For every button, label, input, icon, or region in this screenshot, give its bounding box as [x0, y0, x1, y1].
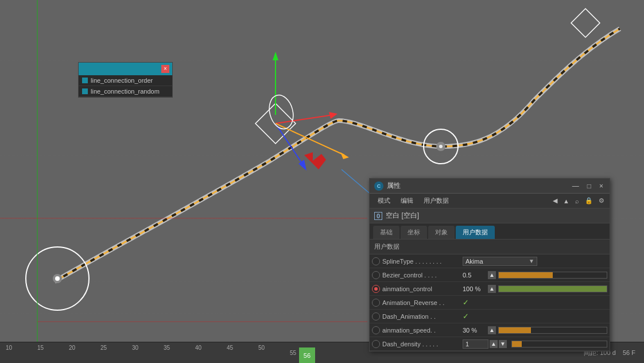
prop-radio-dash-animation[interactable]: [372, 312, 380, 320]
search-icon[interactable]: ⌕: [573, 196, 581, 206]
tab-basics[interactable]: 基础: [373, 226, 399, 239]
menu-userdata[interactable]: 用户数据: [419, 195, 453, 206]
panel-tabs: 基础 坐标 对象 用户数据: [370, 223, 610, 240]
prop-name-dash-density: Dash_density . . . . .: [382, 341, 463, 347]
animation-control-decrement-btn[interactable]: ▲: [488, 285, 496, 293]
prop-value-animation-control: 100 % ▲: [463, 285, 607, 293]
prop-name-animation-control: ainmation_control: [382, 285, 463, 292]
svg-marker-13: [298, 160, 307, 171]
restore-btn[interactable]: □: [585, 182, 593, 190]
prop-row-anim-reverse: Animation_Reverse . . ✓: [370, 296, 610, 310]
svg-marker-11: [329, 112, 337, 119]
node-panel-close-btn[interactable]: ×: [161, 65, 169, 73]
panel-titlebar-controls: — □ ×: [571, 182, 605, 190]
anim-speed-value: 30 %: [463, 327, 486, 334]
timeline-frame-indicator: 56: [299, 347, 315, 363]
object-type-icon: 0: [374, 211, 382, 220]
timeline-tick-3: 25: [100, 345, 132, 361]
minimize-btn[interactable]: —: [571, 182, 581, 190]
prop-row-animation-control: ainmation_control 100 % ▲: [370, 282, 610, 296]
settings-icon[interactable]: ⚙: [597, 196, 606, 206]
menu-edit[interactable]: 编辑: [396, 195, 418, 206]
node-item-label-0: line_connection_order: [91, 77, 153, 84]
prop-value-bezier: 0.5 ▲: [463, 271, 607, 279]
svg-point-2: [55, 276, 60, 281]
timeline-frame-display: 56 F: [623, 349, 635, 356]
prop-row-splinetype: SplineType . . . . . . . . Akima ▼: [370, 254, 610, 268]
panel-menubar: 模式 编辑 用户数据 ◀ ▲ ⌕ 🔒 ⚙: [370, 194, 610, 208]
node-item-label-1: line_connection_random: [91, 88, 160, 95]
dash-density-slider[interactable]: [511, 341, 607, 347]
dash-density-input[interactable]: [463, 339, 488, 349]
timeline-tick-2: 20: [69, 345, 100, 361]
prop-row-bezier: Bezier_control . . . . 0.5 ▲: [370, 268, 610, 282]
panel-title-left: C 属性: [374, 181, 401, 191]
prop-value-splinetype: Akima ▼: [463, 257, 607, 266]
prop-radio-bezier[interactable]: [372, 271, 380, 279]
panel-object-bar: 0 空白 [空白]: [370, 208, 610, 223]
svg-marker-7: [571, 9, 600, 37]
bezier-slider-fill: [499, 272, 553, 278]
prop-value-dash-density: ▲ ▼: [463, 339, 607, 349]
prop-radio-anim-reverse[interactable]: [372, 299, 380, 307]
object-name-text: 空白 [空白]: [386, 211, 419, 221]
panel-title-text: 属性: [387, 181, 401, 191]
dash-density-fill: [512, 341, 522, 347]
prop-row-dash-density: Dash_density . . . . . ▲ ▼: [370, 337, 610, 351]
lock-icon[interactable]: 🔒: [583, 196, 595, 206]
prop-value-dash-animation: ✓: [463, 312, 607, 320]
prop-radio-animation-control[interactable]: [372, 285, 380, 293]
anim-speed-decrement-btn[interactable]: ▲: [488, 326, 496, 334]
svg-line-10: [276, 115, 333, 123]
prop-radio-anim-speed[interactable]: [372, 326, 380, 334]
tab-userdata[interactable]: 用户数据: [456, 226, 495, 239]
svg-marker-9: [273, 52, 278, 60]
menu-mode[interactable]: 模式: [373, 195, 395, 206]
properties-panel: C 属性 — □ × 模式 编辑 用户数据 ◀ ▲ ⌕ 🔒 ⚙ 0 空白 [空白…: [369, 178, 610, 352]
svg-point-5: [439, 145, 443, 148]
splinetype-dropdown[interactable]: Akima ▼: [463, 257, 537, 266]
panel-titlebar: C 属性 — □ ×: [370, 179, 610, 194]
animation-control-value: 100 %: [463, 285, 486, 292]
menu-icons-right: ◀ ▲ ⌕ 🔒 ⚙: [551, 196, 606, 206]
tab-object[interactable]: 对象: [428, 226, 455, 239]
animation-control-slider[interactable]: [498, 285, 607, 292]
bezier-value-text: 0.5: [463, 272, 486, 279]
properties-icon: C: [374, 181, 383, 191]
close-btn[interactable]: ×: [598, 182, 605, 190]
dash-animation-check[interactable]: ✓: [463, 312, 469, 320]
timeline-tick-1: 15: [37, 345, 69, 361]
anim-reverse-check[interactable]: ✓: [463, 298, 469, 307]
prop-value-anim-speed: 30 % ▲: [463, 326, 607, 334]
anim-speed-slider[interactable]: [498, 327, 607, 334]
bezier-slider[interactable]: [498, 272, 607, 279]
section-header-userdata: 用户数据: [370, 240, 610, 254]
timeline-tick-4: 30: [132, 345, 164, 361]
nav-back-icon[interactable]: ◀: [551, 196, 559, 206]
tab-coord[interactable]: 坐标: [401, 226, 427, 239]
timeline-tick-6: 40: [195, 345, 227, 361]
svg-marker-15: [340, 152, 349, 159]
prop-name-anim-reverse: Animation_Reverse . .: [382, 299, 463, 306]
bezier-decrement-btn[interactable]: ▲: [488, 271, 496, 279]
nav-up-icon[interactable]: ▲: [561, 196, 571, 206]
dash-density-decrement-btn[interactable]: ▼: [499, 340, 507, 348]
node-color-indicator-1: [82, 88, 88, 94]
node-panel: × line_connection_order line_connection_…: [78, 62, 173, 98]
prop-radio-dash-density[interactable]: [372, 340, 380, 348]
prop-name-dash-animation: Dash_Animation . .: [382, 313, 463, 320]
prop-radio-splinetype[interactable]: [372, 257, 380, 265]
prop-name-bezier: Bezier_control . . . .: [382, 272, 463, 279]
prop-name-anim-speed: ainmation_speed. .: [382, 327, 463, 334]
timeline-tick-0: 10: [6, 345, 37, 361]
node-panel-header: ×: [79, 63, 172, 75]
node-color-indicator: [82, 78, 88, 83]
menu-items-left: 模式 编辑 用户数据: [373, 195, 453, 206]
node-item-0[interactable]: line_connection_order: [79, 75, 172, 86]
dash-density-stepper: ▲ ▼: [463, 339, 507, 349]
prop-value-anim-reverse: ✓: [463, 298, 607, 307]
dash-density-increment-btn[interactable]: ▲: [490, 340, 498, 348]
prop-row-dash-animation: Dash_Animation . . ✓: [370, 310, 610, 323]
node-item-1[interactable]: line_connection_random: [79, 86, 172, 97]
timeline-tick-9: 55 56: [290, 345, 321, 361]
